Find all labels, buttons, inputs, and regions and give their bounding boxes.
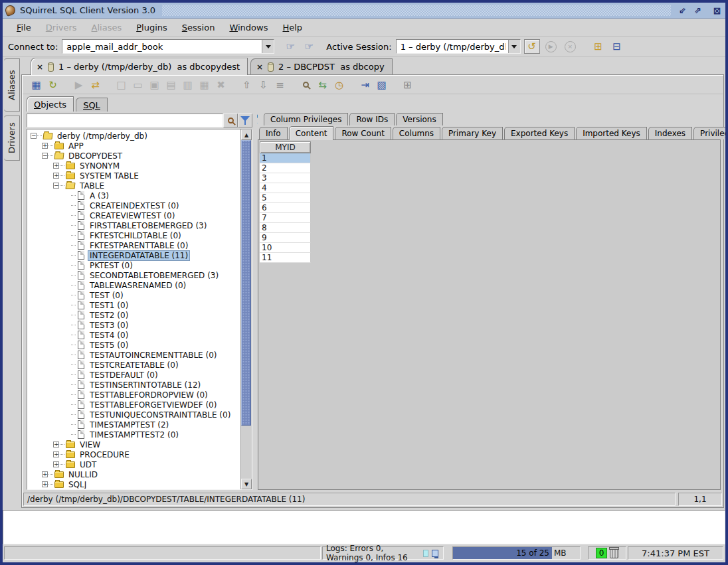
connect-alias-list-icon[interactable]: ☞ xyxy=(301,39,317,54)
expander-plus-icon[interactable]: + xyxy=(53,173,59,179)
tree-row[interactable]: TIMESTAMPTEST (2) xyxy=(28,420,240,430)
memory-status-cell[interactable]: 15 of 25 MB xyxy=(452,546,581,560)
tree-row[interactable]: SECONDTABLETOBEMERGED (3) xyxy=(28,270,240,280)
tree-row[interactable]: TESTTABLEFORDROPVIEW (0) xyxy=(28,390,240,400)
log-viewer-icon[interactable] xyxy=(432,550,438,557)
tab-row-ids[interactable]: Row IDs xyxy=(349,113,395,125)
tree-row[interactable]: −DBCOPYDEST xyxy=(28,151,240,161)
sync-session-icon[interactable]: ↺ xyxy=(524,39,540,54)
minimize-button[interactable]: ⇙ xyxy=(676,5,689,16)
tree-row[interactable]: TEST (0) xyxy=(28,290,240,300)
tree-row[interactable]: −TABLE xyxy=(28,181,240,191)
tab-columns[interactable]: Columns xyxy=(393,127,440,139)
tree-row[interactable]: +SQLJ xyxy=(28,479,240,489)
expander-plus-icon[interactable]: + xyxy=(53,461,59,467)
tree-row[interactable]: TEST3 (0) xyxy=(28,320,240,330)
tab-content[interactable]: Content xyxy=(289,126,334,140)
tree-row[interactable]: PKTEST (0) xyxy=(28,260,240,270)
tab-primary-key[interactable]: Primary Key xyxy=(442,127,503,139)
close-tab-icon[interactable]: × xyxy=(37,64,43,70)
table-row[interactable]: 11 xyxy=(260,253,311,263)
table-row[interactable]: 4 xyxy=(260,183,311,193)
menu-help[interactable]: Help xyxy=(275,21,310,35)
table-row[interactable]: 6 xyxy=(260,203,311,213)
alias-combobox-arrow[interactable] xyxy=(262,40,274,53)
tree-row[interactable]: TEST2 (0) xyxy=(28,310,240,320)
tree-row[interactable]: TABLEWASRENAMED (0) xyxy=(28,280,240,290)
tree-row[interactable]: +UDT xyxy=(28,459,240,469)
tree-row[interactable]: FKTESTCHILDTABLE (0) xyxy=(28,230,240,240)
tab-column-privileges[interactable]: Column Privileges xyxy=(264,113,348,125)
tab-sql[interactable]: SQL xyxy=(76,98,108,112)
menu-session[interactable]: Session xyxy=(175,21,223,35)
tree-row[interactable]: TESTINSERTINTOTABLE (12) xyxy=(28,380,240,390)
close-button[interactable]: ⊠ xyxy=(711,5,723,16)
close-tab-icon[interactable]: × xyxy=(256,64,263,70)
tree-row[interactable]: +SYSTEM TABLE xyxy=(28,171,240,181)
menu-file[interactable]: File xyxy=(9,21,39,35)
tree-row[interactable]: CREATEVIEWTEST (0) xyxy=(28,210,240,220)
tab-indexes[interactable]: Indexes xyxy=(648,127,692,139)
sql-history-icon[interactable]: ◷ xyxy=(331,77,347,93)
sidebar-tab-aliases[interactable]: Aliases xyxy=(4,58,20,112)
object-tree-search-input[interactable] xyxy=(27,114,223,127)
expander-minus-icon[interactable]: − xyxy=(53,183,59,189)
tab-imported-keys[interactable]: Imported Keys xyxy=(576,127,647,139)
tree-filter-button[interactable] xyxy=(238,114,252,127)
scrollbar-down-button[interactable]: ▼ xyxy=(241,479,252,489)
tree-row[interactable]: CREATEINDEXTEST (0) xyxy=(28,201,240,210)
session-tree-icon[interactable]: ⊟ xyxy=(609,39,625,54)
tab-privileges[interactable]: Privileges xyxy=(693,127,725,139)
tree-row[interactable]: A (3) xyxy=(28,191,240,201)
session-tab-1[interactable]: ×1 – derby (/tmp/derby_db) as dbcopydest xyxy=(31,58,248,75)
session-tab-2[interactable]: ×2 – DBCPDST as dbcopy xyxy=(250,58,393,74)
expander-plus-icon[interactable]: + xyxy=(42,471,48,477)
tree-scrollbar[interactable]: ▲ ▼ xyxy=(240,129,252,489)
tree-row[interactable]: INTEGERDATATABLE (11) xyxy=(28,250,240,260)
tab-exported-keys[interactable]: Exported Keys xyxy=(504,127,575,139)
title-bar[interactable]: SQuirreL SQL Client Version 3.0 ⇙ ⇗ ⊠ xyxy=(3,3,725,19)
tree-row[interactable]: FKTESTPARENTTABLE (0) xyxy=(28,240,240,250)
maximize-button[interactable]: ⇗ xyxy=(691,5,704,16)
alias-combobox[interactable]: apple_mail_addr_book xyxy=(62,39,274,54)
tree-row[interactable]: TESTTABLEFORGETVIEWDEF (0) xyxy=(28,400,240,410)
tab-row-count[interactable]: Row Count xyxy=(335,127,391,139)
expander-plus-icon[interactable]: + xyxy=(53,442,59,447)
new-session-window-icon[interactable]: ⊞ xyxy=(591,39,606,54)
tree-row[interactable]: +SYNONYM xyxy=(28,161,240,171)
tree-row[interactable]: FIRSTTABLETOBEMERGED (3) xyxy=(28,220,240,230)
table-row[interactable]: 1 xyxy=(260,153,311,163)
table-row[interactable]: 10 xyxy=(260,243,311,253)
find-icon[interactable] xyxy=(298,77,314,93)
expander-plus-icon[interactable]: + xyxy=(53,163,59,169)
expander-plus-icon[interactable]: + xyxy=(53,451,59,457)
menu-plugins[interactable]: Plugins xyxy=(129,21,175,35)
scrollbar-up-button[interactable]: ▲ xyxy=(241,129,252,140)
split-pane-divider[interactable] xyxy=(253,112,257,490)
result-list-icon[interactable]: ≡ xyxy=(272,77,288,93)
sql-format-icon[interactable]: ⇆ xyxy=(314,77,331,93)
table-row[interactable]: 7 xyxy=(260,213,311,223)
logs-status-cell[interactable]: Logs: Errors 0, Warnings 0, Infos 16 xyxy=(322,546,444,560)
tab-objects[interactable]: Objects xyxy=(27,96,74,112)
garbage-collect-icon[interactable] xyxy=(610,549,618,558)
expander-minus-icon[interactable]: − xyxy=(31,133,37,139)
gc-status-cell[interactable]: 0 xyxy=(588,546,626,560)
tree-row[interactable]: TESTUNIQUECONSTRAINTTABLE (0) xyxy=(28,410,240,420)
active-session-combobox[interactable]: 1 – derby (/tmp/derby_db) ... xyxy=(396,39,521,54)
tree-row[interactable]: TIMESTAMPTTEST2 (0) xyxy=(28,430,240,440)
active-session-combobox-arrow[interactable] xyxy=(508,40,520,53)
next-result-icon[interactable]: ⇩ xyxy=(255,77,272,93)
column-header-myid[interactable]: MYID xyxy=(260,141,311,153)
tree-row[interactable]: −derby (/tmp/derby_db) xyxy=(28,131,240,141)
table-row[interactable]: 9 xyxy=(260,233,311,243)
tree-row[interactable]: +NULLID xyxy=(28,469,240,479)
tree-row[interactable]: +VIEW xyxy=(28,440,240,449)
tree-row[interactable]: TESTDEFAULT (0) xyxy=(28,370,240,380)
new-window-icon[interactable]: ⊞ xyxy=(399,77,416,93)
tree-row[interactable]: TEST4 (0) xyxy=(28,330,240,340)
tree-row[interactable]: TESTCREATETABLE (0) xyxy=(28,360,240,370)
bookmarks-icon[interactable]: ▧ xyxy=(373,77,390,93)
tree-search-button[interactable] xyxy=(223,114,238,127)
table-row[interactable]: 2 xyxy=(260,163,311,173)
